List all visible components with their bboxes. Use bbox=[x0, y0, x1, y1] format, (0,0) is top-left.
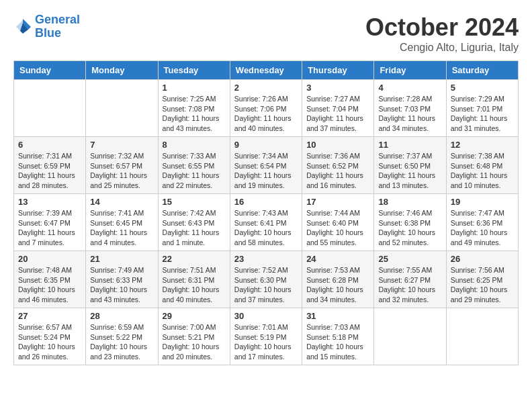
calendar-cell: 30Sunrise: 7:01 AMSunset: 5:19 PMDayligh… bbox=[230, 308, 302, 365]
calendar-cell: 4Sunrise: 7:28 AMSunset: 7:03 PMDaylight… bbox=[374, 80, 446, 137]
day-number: 27 bbox=[18, 311, 81, 321]
day-info: Sunrise: 7:39 AMSunset: 6:47 PMDaylight:… bbox=[18, 208, 81, 248]
day-number: 22 bbox=[163, 254, 226, 264]
calendar-cell: 13Sunrise: 7:39 AMSunset: 6:47 PMDayligh… bbox=[14, 194, 86, 251]
day-number: 18 bbox=[378, 197, 441, 207]
day-header: Wednesday bbox=[230, 61, 302, 80]
day-info: Sunrise: 7:01 AMSunset: 5:19 PMDaylight:… bbox=[234, 322, 298, 362]
day-number: 21 bbox=[90, 254, 153, 264]
day-number: 20 bbox=[18, 254, 81, 264]
day-number: 9 bbox=[234, 140, 298, 150]
day-number: 29 bbox=[163, 311, 226, 321]
day-number: 26 bbox=[451, 254, 514, 264]
calendar-cell: 29Sunrise: 7:00 AMSunset: 5:21 PMDayligh… bbox=[158, 308, 230, 365]
day-info: Sunrise: 7:46 AMSunset: 6:38 PMDaylight:… bbox=[378, 208, 441, 248]
day-number: 6 bbox=[18, 140, 81, 150]
day-number: 15 bbox=[163, 197, 226, 207]
day-info: Sunrise: 7:43 AMSunset: 6:41 PMDaylight:… bbox=[234, 208, 298, 248]
day-number: 12 bbox=[451, 140, 514, 150]
calendar-week-row: 1Sunrise: 7:25 AMSunset: 7:08 PMDaylight… bbox=[14, 80, 519, 137]
calendar-cell: 26Sunrise: 7:56 AMSunset: 6:25 PMDayligh… bbox=[446, 251, 518, 308]
day-info: Sunrise: 7:52 AMSunset: 6:30 PMDaylight:… bbox=[234, 265, 298, 305]
calendar-week-row: 20Sunrise: 7:48 AMSunset: 6:35 PMDayligh… bbox=[14, 251, 519, 308]
calendar-cell: 20Sunrise: 7:48 AMSunset: 6:35 PMDayligh… bbox=[14, 251, 86, 308]
calendar-cell: 24Sunrise: 7:53 AMSunset: 6:28 PMDayligh… bbox=[302, 251, 374, 308]
calendar-cell bbox=[374, 308, 446, 365]
logo-general: General bbox=[35, 13, 80, 26]
logo-blue: Blue bbox=[35, 26, 61, 40]
day-info: Sunrise: 7:38 AMSunset: 6:48 PMDaylight:… bbox=[451, 151, 514, 191]
day-number: 8 bbox=[163, 140, 226, 150]
calendar-cell: 11Sunrise: 7:37 AMSunset: 6:50 PMDayligh… bbox=[374, 137, 446, 194]
day-info: Sunrise: 7:37 AMSunset: 6:50 PMDaylight:… bbox=[378, 151, 441, 191]
calendar-cell: 1Sunrise: 7:25 AMSunset: 7:08 PMDaylight… bbox=[158, 80, 230, 137]
day-info: Sunrise: 7:42 AMSunset: 6:43 PMDaylight:… bbox=[163, 208, 226, 248]
calendar-week-row: 13Sunrise: 7:39 AMSunset: 6:47 PMDayligh… bbox=[14, 194, 519, 251]
day-number: 5 bbox=[451, 83, 514, 93]
day-info: Sunrise: 7:32 AMSunset: 6:57 PMDaylight:… bbox=[90, 151, 153, 191]
day-header: Friday bbox=[374, 61, 446, 80]
day-info: Sunrise: 7:49 AMSunset: 6:33 PMDaylight:… bbox=[90, 265, 153, 305]
calendar-cell: 22Sunrise: 7:51 AMSunset: 6:31 PMDayligh… bbox=[158, 251, 230, 308]
day-header: Sunday bbox=[14, 61, 86, 80]
day-info: Sunrise: 6:57 AMSunset: 5:24 PMDaylight:… bbox=[18, 322, 81, 362]
location-title: Cengio Alto, Liguria, Italy bbox=[365, 42, 519, 54]
calendar-cell: 2Sunrise: 7:26 AMSunset: 7:06 PMDaylight… bbox=[230, 80, 302, 137]
day-info: Sunrise: 7:48 AMSunset: 6:35 PMDaylight:… bbox=[18, 265, 81, 305]
day-info: Sunrise: 7:41 AMSunset: 6:45 PMDaylight:… bbox=[90, 208, 153, 248]
day-number: 19 bbox=[451, 197, 514, 207]
day-info: Sunrise: 7:34 AMSunset: 6:54 PMDaylight:… bbox=[234, 151, 298, 191]
calendar-week-row: 6Sunrise: 7:31 AMSunset: 6:59 PMDaylight… bbox=[14, 137, 519, 194]
day-number: 1 bbox=[163, 83, 226, 93]
calendar-cell: 12Sunrise: 7:38 AMSunset: 6:48 PMDayligh… bbox=[446, 137, 518, 194]
day-number: 13 bbox=[18, 197, 81, 207]
calendar-cell: 31Sunrise: 7:03 AMSunset: 5:18 PMDayligh… bbox=[302, 308, 374, 365]
day-header: Thursday bbox=[302, 61, 374, 80]
calendar-cell: 23Sunrise: 7:52 AMSunset: 6:30 PMDayligh… bbox=[230, 251, 302, 308]
calendar-cell bbox=[86, 80, 158, 137]
calendar-cell: 25Sunrise: 7:55 AMSunset: 6:27 PMDayligh… bbox=[374, 251, 446, 308]
day-info: Sunrise: 7:51 AMSunset: 6:31 PMDaylight:… bbox=[163, 265, 226, 305]
page-header: General Blue October 2024 Cengio Alto, L… bbox=[13, 13, 519, 54]
day-info: Sunrise: 7:26 AMSunset: 7:06 PMDaylight:… bbox=[234, 94, 298, 134]
day-number: 30 bbox=[234, 311, 298, 321]
day-number: 11 bbox=[378, 140, 441, 150]
day-number: 14 bbox=[90, 197, 153, 207]
month-title: October 2024 bbox=[365, 13, 519, 42]
calendar-cell: 6Sunrise: 7:31 AMSunset: 6:59 PMDaylight… bbox=[14, 137, 86, 194]
calendar-cell: 14Sunrise: 7:41 AMSunset: 6:45 PMDayligh… bbox=[86, 194, 158, 251]
calendar-cell: 8Sunrise: 7:33 AMSunset: 6:55 PMDaylight… bbox=[158, 137, 230, 194]
day-number: 25 bbox=[378, 254, 441, 264]
logo-text: General Blue bbox=[35, 13, 80, 40]
day-info: Sunrise: 7:44 AMSunset: 6:40 PMDaylight:… bbox=[306, 208, 369, 248]
day-info: Sunrise: 6:59 AMSunset: 5:22 PMDaylight:… bbox=[90, 322, 153, 362]
day-header: Saturday bbox=[446, 61, 518, 80]
day-info: Sunrise: 7:28 AMSunset: 7:03 PMDaylight:… bbox=[378, 94, 441, 134]
day-number: 3 bbox=[306, 83, 369, 93]
calendar-cell: 7Sunrise: 7:32 AMSunset: 6:57 PMDaylight… bbox=[86, 137, 158, 194]
calendar-week-row: 27Sunrise: 6:57 AMSunset: 5:24 PMDayligh… bbox=[14, 308, 519, 365]
calendar-cell bbox=[446, 308, 518, 365]
day-info: Sunrise: 7:03 AMSunset: 5:18 PMDaylight:… bbox=[306, 322, 369, 362]
calendar-cell: 15Sunrise: 7:42 AMSunset: 6:43 PMDayligh… bbox=[158, 194, 230, 251]
day-info: Sunrise: 7:56 AMSunset: 6:25 PMDaylight:… bbox=[451, 265, 514, 305]
calendar-cell: 16Sunrise: 7:43 AMSunset: 6:41 PMDayligh… bbox=[230, 194, 302, 251]
title-area: October 2024 Cengio Alto, Liguria, Italy bbox=[365, 13, 519, 54]
day-info: Sunrise: 7:29 AMSunset: 7:01 PMDaylight:… bbox=[451, 94, 514, 134]
calendar-cell: 17Sunrise: 7:44 AMSunset: 6:40 PMDayligh… bbox=[302, 194, 374, 251]
calendar-cell: 21Sunrise: 7:49 AMSunset: 6:33 PMDayligh… bbox=[86, 251, 158, 308]
day-number: 31 bbox=[306, 311, 369, 321]
day-number: 24 bbox=[306, 254, 369, 264]
calendar-cell: 28Sunrise: 6:59 AMSunset: 5:22 PMDayligh… bbox=[86, 308, 158, 365]
calendar-cell: 27Sunrise: 6:57 AMSunset: 5:24 PMDayligh… bbox=[14, 308, 86, 365]
day-number: 23 bbox=[234, 254, 298, 264]
calendar-cell: 19Sunrise: 7:47 AMSunset: 6:36 PMDayligh… bbox=[446, 194, 518, 251]
day-info: Sunrise: 7:25 AMSunset: 7:08 PMDaylight:… bbox=[163, 94, 226, 134]
day-info: Sunrise: 7:47 AMSunset: 6:36 PMDaylight:… bbox=[451, 208, 514, 248]
calendar-cell: 3Sunrise: 7:27 AMSunset: 7:04 PMDaylight… bbox=[302, 80, 374, 137]
logo: General Blue bbox=[13, 13, 80, 40]
day-info: Sunrise: 7:33 AMSunset: 6:55 PMDaylight:… bbox=[163, 151, 226, 191]
calendar-cell: 10Sunrise: 7:36 AMSunset: 6:52 PMDayligh… bbox=[302, 137, 374, 194]
day-number: 28 bbox=[90, 311, 153, 321]
day-header: Monday bbox=[86, 61, 158, 80]
